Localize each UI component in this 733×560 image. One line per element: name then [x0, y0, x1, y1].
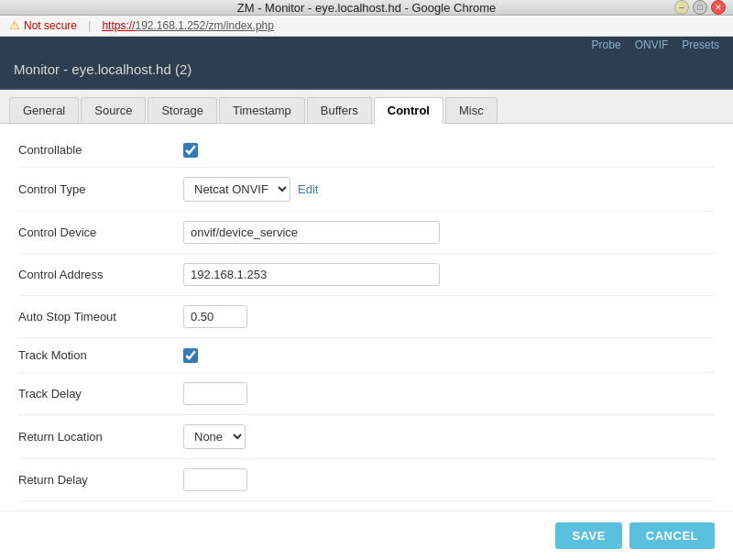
input-control-device[interactable] — [183, 221, 440, 244]
maximize-button[interactable]: □ — [693, 0, 707, 15]
tab-general[interactable]: General — [9, 97, 79, 123]
control-track-motion — [183, 348, 715, 363]
control-return-location: None — [183, 424, 715, 449]
control-auto-stop-timeout — [183, 305, 715, 328]
not-secure-indicator: ⚠ Not secure — [9, 18, 77, 32]
form-row-control-address: Control Address — [18, 254, 715, 296]
cancel-button[interactable]: CANCEL — [629, 522, 715, 549]
title-bar: ZM - Monitor - eye.localhost.hd - Google… — [0, 0, 733, 16]
address-url[interactable]: https://192.168.1.252/zm/index.php — [102, 19, 273, 32]
title-bar-text: ZM - Monitor - eye.localhost.hd - Google… — [237, 1, 497, 15]
tabs-container: General Source Storage Timestamp Buffers… — [0, 90, 733, 124]
input-return-delay[interactable] — [183, 468, 247, 491]
main-content: General Source Storage Timestamp Buffers… — [0, 90, 733, 560]
form-row-control-device: Control Device — [18, 212, 715, 254]
nav-link-onvif[interactable]: ONVIF — [635, 38, 669, 51]
form-row-auto-stop-timeout: Auto Stop Timeout — [18, 296, 715, 338]
checkbox-controllable[interactable] — [183, 143, 198, 158]
top-nav: Probe ONVIF Presets — [0, 37, 733, 54]
checkbox-track-motion[interactable] — [183, 348, 198, 363]
tab-storage[interactable]: Storage — [148, 97, 217, 123]
tab-buffers[interactable]: Buffers — [307, 97, 372, 123]
form-row-return-delay: Return Delay — [18, 459, 715, 501]
nav-link-presets[interactable]: Presets — [682, 38, 719, 51]
address-bar: ⚠ Not secure | https://192.168.1.252/zm/… — [0, 16, 733, 36]
control-control-type: Netcat ONVIF Edit — [183, 177, 715, 202]
label-track-motion: Track Motion — [18, 348, 183, 362]
url-path: 192.168.1.252/zm/index.php — [135, 19, 273, 32]
address-divider: | — [88, 18, 91, 32]
not-secure-label: Not secure — [24, 19, 77, 32]
label-return-location: Return Location — [18, 430, 183, 444]
window-controls: – □ ✕ — [674, 0, 726, 15]
control-control-device — [183, 221, 715, 244]
label-control-address: Control Address — [18, 268, 183, 281]
monitor-header: Monitor - eye.localhost.hd (2) — [0, 54, 733, 90]
form-row-control-type: Control Type Netcat ONVIF Edit — [18, 168, 715, 212]
tab-control[interactable]: Control — [374, 97, 443, 124]
form-row-controllable: Controllable — [18, 133, 715, 168]
label-track-delay: Track Delay — [18, 387, 183, 401]
save-button[interactable]: SAVE — [555, 522, 621, 549]
tab-source[interactable]: Source — [81, 97, 146, 123]
minimize-button[interactable]: – — [674, 0, 689, 15]
label-control-type: Control Type — [18, 182, 183, 196]
input-control-address[interactable] — [183, 263, 440, 286]
label-control-device: Control Device — [18, 225, 183, 239]
form-row-track-motion: Track Motion — [18, 338, 715, 373]
footer: SAVE CANCEL — [0, 511, 733, 560]
control-return-delay — [183, 468, 715, 491]
url-https: https:// — [102, 19, 135, 32]
input-auto-stop-timeout[interactable] — [183, 305, 247, 328]
tab-timestamp[interactable]: Timestamp — [219, 97, 305, 123]
control-track-delay — [183, 382, 715, 405]
input-track-delay[interactable] — [183, 382, 247, 405]
label-controllable: Controllable — [18, 143, 183, 157]
edit-control-type-link[interactable]: Edit — [298, 182, 318, 196]
control-control-address — [183, 263, 715, 286]
label-auto-stop-timeout: Auto Stop Timeout — [18, 310, 183, 324]
select-wrapper-control-type: Netcat ONVIF — [183, 177, 290, 202]
page-wrapper: ZM - Monitor - eye.localhost.hd - Google… — [0, 0, 733, 560]
form-row-return-location: Return Location None — [18, 415, 715, 459]
form-row-track-delay: Track Delay — [18, 373, 715, 415]
warning-icon: ⚠ — [9, 18, 20, 32]
form-area: Controllable Control Type Netcat ONVIF E… — [0, 124, 733, 511]
control-controllable — [183, 143, 715, 158]
select-control-type[interactable]: Netcat ONVIF — [183, 177, 290, 202]
close-button[interactable]: ✕ — [711, 0, 726, 15]
select-return-location[interactable]: None — [183, 424, 246, 449]
monitor-title: Monitor - eye.localhost.hd (2) — [14, 61, 191, 77]
tab-misc[interactable]: Misc — [445, 97, 498, 123]
nav-link-probe[interactable]: Probe — [592, 38, 621, 51]
label-return-delay: Return Delay — [18, 473, 183, 487]
